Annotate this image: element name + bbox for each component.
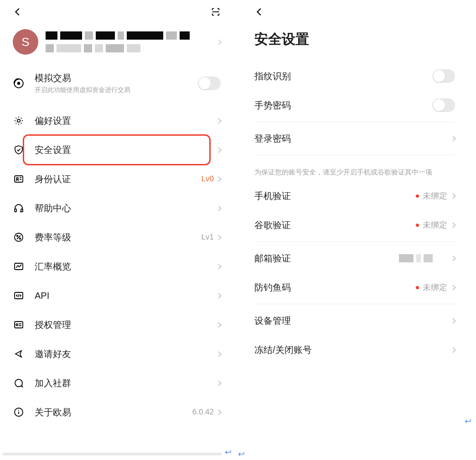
svg-point-12 [17,235,18,237]
row-value: 未绑定 [423,190,447,201]
security-hint: 为保证您的账号安全，请至少开启手机或谷歌验证其中一项 [254,157,455,181]
row-identity[interactable]: 身份认证 Lv0 [13,164,221,194]
row-label: 手机验证 [254,190,416,202]
row-security[interactable]: 安全设置 [13,135,221,164]
svg-line-16 [18,294,19,297]
row-label: 手势密码 [254,99,432,112]
row-preferences[interactable]: 偏好设置 [13,106,221,135]
chevron-right-icon [216,351,222,357]
reply-arrow-icon: ↩ [225,447,232,457]
row-help[interactable]: 帮助中心 [13,194,221,223]
target-icon [13,77,25,89]
row-google-verify[interactable]: 谷歌验证 未绑定 [254,210,455,240]
shield-icon [13,144,25,156]
chevron-right-icon [450,347,456,353]
divider [254,241,455,242]
chevron-right-icon [216,409,222,415]
divider [254,155,455,155]
fingerprint-toggle[interactable] [432,69,455,83]
row-email-verify[interactable]: 邮箱验证 [254,244,455,273]
row-fx[interactable]: 汇率概览 [13,252,221,281]
row-label: 关于欧易 [35,406,192,419]
percent-icon [13,231,25,243]
chevron-right-icon [450,222,456,228]
row-gesture[interactable]: 手势密码 [254,91,455,120]
chevron-right-icon [450,136,456,142]
back-icon[interactable] [13,7,23,19]
row-label: 指纹识别 [254,70,432,82]
info-icon [13,406,25,418]
profile-name-redacted [46,31,217,40]
row-label: 谷歌验证 [254,219,416,231]
avatar: S [13,29,38,55]
row-label: 帮助中心 [35,202,217,215]
divider [254,122,455,122]
row-value: Lv1 [202,233,214,242]
status-dot-icon [416,224,419,227]
row-close-account[interactable]: 冻结/关闭账号 [254,335,455,364]
chat-icon [13,377,25,389]
svg-rect-8 [15,209,16,212]
row-phone-verify[interactable]: 手机验证 未绑定 [254,181,455,210]
row-invite[interactable]: 邀请好友 [13,339,221,368]
chevron-right-icon [216,235,222,240]
chevron-right-icon [216,380,222,386]
chevron-right-icon [216,39,222,45]
chevron-right-icon [450,256,456,261]
row-auth[interactable]: 授权管理 [13,310,221,339]
profile-row[interactable]: S [0,26,233,64]
row-about[interactable]: 关于欧易 6.0.42 [13,398,221,427]
profile-sub-redacted [46,44,217,52]
row-value: 未绑定 [423,220,447,230]
scrollbar-track [3,453,222,455]
chevron-right-icon [450,193,456,199]
back-icon[interactable] [254,7,264,19]
code-icon [13,290,25,302]
divider [254,304,455,304]
svg-line-11 [17,235,21,239]
auth-icon [13,319,25,331]
reply-arrow-icon: ↩ [465,416,471,426]
row-api[interactable]: API [13,281,221,310]
row-fingerprint[interactable]: 指纹识别 [254,61,455,91]
row-label: 登录密码 [254,133,451,145]
row-community[interactable]: 加入社群 [13,368,221,398]
svg-point-23 [18,410,19,411]
id-card-icon [13,173,25,185]
row-label: API [35,291,217,301]
row-value: Lv0 [202,174,214,184]
status-dot-icon [416,286,419,289]
row-label: 防钓鱼码 [254,281,416,294]
reply-arrow-icon: ↩ [238,449,245,459]
chevron-right-icon [450,318,456,324]
row-simulated-trading[interactable]: 模拟交易 开启此功能使用虚拟资金进行交易 [13,64,221,106]
row-label: 费率等级 [35,231,202,244]
svg-rect-4 [15,176,23,182]
email-value-redacted [399,254,433,262]
sim-toggle[interactable] [198,77,221,90]
row-label: 邮箱验证 [254,252,399,265]
status-dot-icon [416,194,419,198]
gesture-toggle[interactable] [432,98,455,112]
chevron-right-icon [216,147,222,153]
row-label: 偏好设置 [35,115,217,127]
row-fee[interactable]: 费率等级 Lv1 [13,223,221,252]
share-icon [13,348,25,360]
svg-point-3 [17,119,20,122]
row-login-password[interactable]: 登录密码 [254,124,455,153]
row-devices[interactable]: 设备管理 [254,306,455,335]
chart-icon [13,261,25,272]
scan-icon[interactable] [211,7,221,19]
chevron-right-icon [216,293,222,299]
chevron-right-icon [216,118,222,124]
row-antiphish[interactable]: 防钓鱼码 未绑定 [254,273,455,302]
row-label: 模拟交易 [35,72,198,84]
row-label: 授权管理 [35,319,217,331]
row-label: 安全设置 [35,144,217,156]
row-label: 冻结/关闭账号 [254,344,451,356]
svg-point-13 [20,238,21,240]
svg-point-5 [16,178,18,179]
row-label: 加入社群 [35,377,217,389]
row-label: 设备管理 [254,315,451,327]
row-label: 身份认证 [35,173,202,185]
